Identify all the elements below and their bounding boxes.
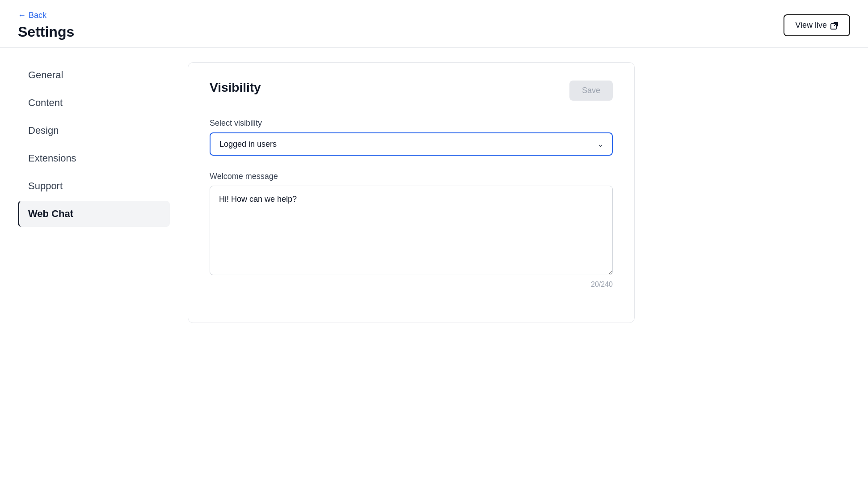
external-link-icon — [830, 21, 839, 30]
back-arrow-icon: ← — [18, 11, 26, 20]
page-title: Settings — [18, 24, 74, 40]
visibility-select[interactable]: Everyone Logged in users Admins only Hid… — [210, 132, 613, 156]
content-area: Visibility Save Select visibility Everyo… — [188, 62, 850, 468]
welcome-message-label: Welcome message — [210, 172, 613, 181]
back-label: Back — [29, 11, 46, 20]
sidebar-item-support[interactable]: Support — [18, 173, 170, 199]
sidebar-item-design[interactable]: Design — [18, 118, 170, 144]
save-button[interactable]: Save — [569, 81, 613, 101]
view-live-button[interactable]: View live — [784, 14, 850, 36]
main-layout: General Content Design Extensions Suppor… — [0, 48, 868, 483]
welcome-message-form-group: Welcome message Hi! How can we help? 20/… — [210, 172, 613, 289]
settings-card: Visibility Save Select visibility Everyo… — [188, 62, 635, 323]
visibility-select-wrapper: Everyone Logged in users Admins only Hid… — [210, 132, 613, 156]
card-title: Visibility — [210, 81, 261, 95]
back-link[interactable]: ← Back — [18, 11, 74, 20]
sidebar-item-general[interactable]: General — [18, 62, 170, 88]
visibility-form-group: Select visibility Everyone Logged in use… — [210, 119, 613, 156]
header-left: ← Back Settings — [18, 11, 74, 40]
sidebar-item-extensions[interactable]: Extensions — [18, 145, 170, 171]
page-header: ← Back Settings View live — [0, 0, 868, 48]
card-header: Visibility Save — [210, 81, 613, 101]
sidebar: General Content Design Extensions Suppor… — [18, 62, 170, 468]
view-live-label: View live — [795, 21, 827, 30]
sidebar-nav: General Content Design Extensions Suppor… — [18, 62, 170, 227]
visibility-label: Select visibility — [210, 119, 613, 128]
sidebar-item-content[interactable]: Content — [18, 90, 170, 116]
char-count: 20/240 — [210, 280, 613, 289]
sidebar-item-web-chat[interactable]: Web Chat — [18, 201, 170, 227]
welcome-message-textarea[interactable]: Hi! How can we help? — [210, 186, 613, 275]
